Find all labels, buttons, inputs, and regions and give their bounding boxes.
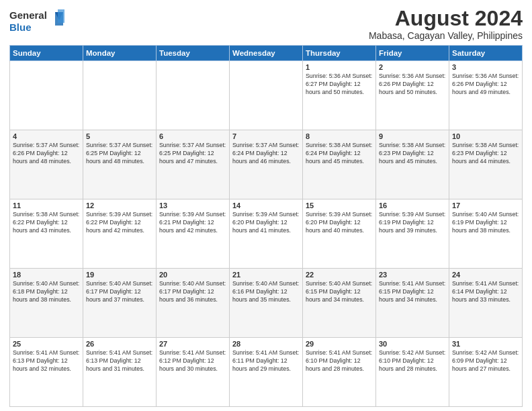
calendar-cell: 17Sunrise: 5:40 AM Sunset: 6:19 PM Dayli… xyxy=(449,199,523,269)
sub-title: Mabasa, Cagayan Valley, Philippines xyxy=(369,30,523,41)
day-info: Sunrise: 5:38 AM Sunset: 6:22 PM Dayligh… xyxy=(13,211,80,235)
day-info: Sunrise: 5:41 AM Sunset: 6:13 PM Dayligh… xyxy=(13,349,80,373)
calendar-cell: 2Sunrise: 5:36 AM Sunset: 6:26 PM Daylig… xyxy=(376,61,449,130)
day-info: Sunrise: 5:40 AM Sunset: 6:17 PM Dayligh… xyxy=(86,280,153,304)
calendar-cell: 20Sunrise: 5:40 AM Sunset: 6:17 PM Dayli… xyxy=(157,269,230,338)
calendar-week-row: 4Sunrise: 5:37 AM Sunset: 6:26 PM Daylig… xyxy=(10,130,523,199)
calendar-cell: 27Sunrise: 5:41 AM Sunset: 6:12 PM Dayli… xyxy=(157,338,230,407)
day-info: Sunrise: 5:36 AM Sunset: 6:26 PM Dayligh… xyxy=(452,73,519,97)
day-number: 2 xyxy=(379,63,446,71)
calendar-cell: 1Sunrise: 5:36 AM Sunset: 6:27 PM Daylig… xyxy=(303,61,376,130)
calendar-cell: 7Sunrise: 5:37 AM Sunset: 6:24 PM Daylig… xyxy=(230,130,303,199)
calendar-header-monday: Monday xyxy=(83,46,157,61)
day-number: 19 xyxy=(86,271,153,279)
day-number: 9 xyxy=(379,132,446,140)
calendar-header-thursday: Thursday xyxy=(303,46,376,61)
day-number: 15 xyxy=(306,201,373,210)
day-info: Sunrise: 5:39 AM Sunset: 6:20 PM Dayligh… xyxy=(232,211,300,235)
day-number: 25 xyxy=(13,340,80,348)
calendar-header-friday: Friday xyxy=(376,46,449,61)
day-info: Sunrise: 5:41 AM Sunset: 6:10 PM Dayligh… xyxy=(306,349,373,373)
day-info: Sunrise: 5:38 AM Sunset: 6:23 PM Dayligh… xyxy=(452,142,519,166)
day-number: 6 xyxy=(159,132,226,140)
calendar-cell: 14Sunrise: 5:39 AM Sunset: 6:20 PM Dayli… xyxy=(230,199,303,269)
day-info: Sunrise: 5:40 AM Sunset: 6:18 PM Dayligh… xyxy=(13,280,80,304)
day-number: 21 xyxy=(232,271,300,279)
day-number: 14 xyxy=(232,201,300,210)
calendar-cell: 28Sunrise: 5:41 AM Sunset: 6:11 PM Dayli… xyxy=(230,338,303,407)
day-number: 18 xyxy=(13,271,80,279)
calendar-cell: 3Sunrise: 5:36 AM Sunset: 6:26 PM Daylig… xyxy=(449,61,523,130)
day-info: Sunrise: 5:41 AM Sunset: 6:12 PM Dayligh… xyxy=(159,349,226,373)
day-info: Sunrise: 5:37 AM Sunset: 6:24 PM Dayligh… xyxy=(232,142,300,166)
title-block: August 2024 Mabasa, Cagayan Valley, Phil… xyxy=(369,7,523,41)
day-number: 26 xyxy=(86,340,153,348)
calendar-cell: 4Sunrise: 5:37 AM Sunset: 6:26 PM Daylig… xyxy=(10,130,83,199)
calendar-week-row: 18Sunrise: 5:40 AM Sunset: 6:18 PM Dayli… xyxy=(10,269,523,338)
logo: General Blue xyxy=(9,7,70,38)
page: General Blue August 2024 Mabasa, Cagayan… xyxy=(0,0,532,411)
day-number: 20 xyxy=(159,271,226,279)
day-info: Sunrise: 5:36 AM Sunset: 6:26 PM Dayligh… xyxy=(379,73,446,97)
day-number: 12 xyxy=(86,201,153,210)
svg-text:Blue: Blue xyxy=(9,21,32,33)
calendar-cell: 15Sunrise: 5:39 AM Sunset: 6:20 PM Dayli… xyxy=(303,199,376,269)
calendar-cell xyxy=(230,61,303,130)
calendar-cell: 23Sunrise: 5:41 AM Sunset: 6:15 PM Dayli… xyxy=(376,269,449,338)
day-info: Sunrise: 5:42 AM Sunset: 6:09 PM Dayligh… xyxy=(452,349,519,373)
day-info: Sunrise: 5:39 AM Sunset: 6:21 PM Dayligh… xyxy=(159,211,226,235)
day-number: 13 xyxy=(159,201,226,210)
day-number: 16 xyxy=(379,201,446,210)
calendar-header-tuesday: Tuesday xyxy=(157,46,230,61)
calendar-header-saturday: Saturday xyxy=(449,46,523,61)
svg-text:General: General xyxy=(9,9,47,21)
day-number: 11 xyxy=(13,201,80,210)
calendar-cell: 29Sunrise: 5:41 AM Sunset: 6:10 PM Dayli… xyxy=(303,338,376,407)
day-info: Sunrise: 5:37 AM Sunset: 6:25 PM Dayligh… xyxy=(86,142,153,166)
day-number: 10 xyxy=(452,132,519,140)
svg-marker-4 xyxy=(58,9,64,23)
calendar-cell: 19Sunrise: 5:40 AM Sunset: 6:17 PM Dayli… xyxy=(83,269,157,338)
day-number: 24 xyxy=(452,271,519,279)
logo-icon: General Blue xyxy=(9,7,70,35)
header: General Blue August 2024 Mabasa, Cagayan… xyxy=(9,7,523,41)
calendar-cell: 16Sunrise: 5:39 AM Sunset: 6:19 PM Dayli… xyxy=(376,199,449,269)
day-number: 3 xyxy=(452,63,519,71)
day-info: Sunrise: 5:38 AM Sunset: 6:24 PM Dayligh… xyxy=(306,142,373,166)
day-info: Sunrise: 5:38 AM Sunset: 6:23 PM Dayligh… xyxy=(379,142,446,166)
calendar-cell: 25Sunrise: 5:41 AM Sunset: 6:13 PM Dayli… xyxy=(10,338,83,407)
day-number: 4 xyxy=(13,132,80,140)
calendar-week-row: 1Sunrise: 5:36 AM Sunset: 6:27 PM Daylig… xyxy=(10,61,523,130)
calendar-week-row: 11Sunrise: 5:38 AM Sunset: 6:22 PM Dayli… xyxy=(10,199,523,269)
day-info: Sunrise: 5:36 AM Sunset: 6:27 PM Dayligh… xyxy=(306,73,373,97)
day-info: Sunrise: 5:40 AM Sunset: 6:16 PM Dayligh… xyxy=(232,280,300,304)
calendar-cell: 10Sunrise: 5:38 AM Sunset: 6:23 PM Dayli… xyxy=(449,130,523,199)
day-number: 8 xyxy=(306,132,373,140)
calendar-cell: 26Sunrise: 5:41 AM Sunset: 6:13 PM Dayli… xyxy=(83,338,157,407)
day-info: Sunrise: 5:37 AM Sunset: 6:25 PM Dayligh… xyxy=(159,142,226,166)
day-number: 31 xyxy=(452,340,519,348)
day-info: Sunrise: 5:41 AM Sunset: 6:15 PM Dayligh… xyxy=(379,280,446,304)
calendar-cell xyxy=(10,61,83,130)
calendar-cell: 9Sunrise: 5:38 AM Sunset: 6:23 PM Daylig… xyxy=(376,130,449,199)
calendar-header-sunday: Sunday xyxy=(10,46,83,61)
calendar-cell: 5Sunrise: 5:37 AM Sunset: 6:25 PM Daylig… xyxy=(83,130,157,199)
day-info: Sunrise: 5:41 AM Sunset: 6:14 PM Dayligh… xyxy=(452,280,519,304)
calendar-cell: 22Sunrise: 5:40 AM Sunset: 6:15 PM Dayli… xyxy=(303,269,376,338)
day-number: 5 xyxy=(86,132,153,140)
day-info: Sunrise: 5:41 AM Sunset: 6:13 PM Dayligh… xyxy=(86,349,153,373)
day-info: Sunrise: 5:40 AM Sunset: 6:17 PM Dayligh… xyxy=(159,280,226,304)
calendar-cell: 13Sunrise: 5:39 AM Sunset: 6:21 PM Dayli… xyxy=(157,199,230,269)
day-number: 30 xyxy=(379,340,446,348)
calendar-cell xyxy=(157,61,230,130)
calendar-cell: 31Sunrise: 5:42 AM Sunset: 6:09 PM Dayli… xyxy=(449,338,523,407)
day-number: 27 xyxy=(159,340,226,348)
day-info: Sunrise: 5:39 AM Sunset: 6:19 PM Dayligh… xyxy=(379,211,446,235)
day-info: Sunrise: 5:39 AM Sunset: 6:22 PM Dayligh… xyxy=(86,211,153,235)
calendar-cell: 8Sunrise: 5:38 AM Sunset: 6:24 PM Daylig… xyxy=(303,130,376,199)
calendar-week-row: 25Sunrise: 5:41 AM Sunset: 6:13 PM Dayli… xyxy=(10,338,523,407)
day-number: 22 xyxy=(306,271,373,279)
calendar-cell: 12Sunrise: 5:39 AM Sunset: 6:22 PM Dayli… xyxy=(83,199,157,269)
main-title: August 2024 xyxy=(369,7,523,30)
day-number: 1 xyxy=(306,63,373,71)
